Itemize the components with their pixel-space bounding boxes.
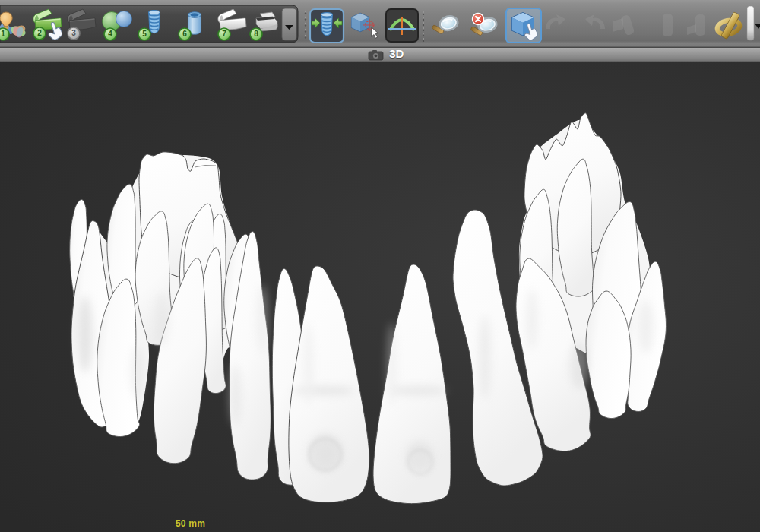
svg-text:6: 6 (182, 30, 187, 38)
svg-text:5: 5 (142, 30, 147, 38)
svg-text:1: 1 (1, 30, 5, 38)
svg-text:4: 4 (108, 30, 112, 38)
svg-text:7: 7 (222, 30, 226, 38)
svg-text:8: 8 (254, 30, 258, 38)
svg-text:3: 3 (71, 29, 76, 37)
svg-text:2: 2 (37, 29, 42, 37)
